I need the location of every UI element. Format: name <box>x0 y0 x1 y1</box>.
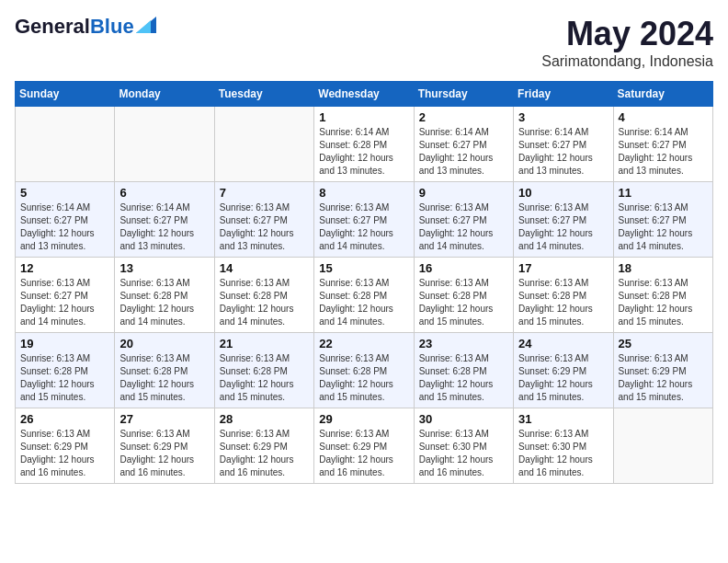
calendar-cell: 8Sunrise: 6:13 AM Sunset: 6:27 PM Daylig… <box>314 182 414 258</box>
day-number: 31 <box>518 412 608 426</box>
day-info: Sunrise: 6:13 AM Sunset: 6:28 PM Dayligh… <box>319 352 408 404</box>
day-info: Sunrise: 6:13 AM Sunset: 6:29 PM Dayligh… <box>619 352 708 404</box>
calendar-week-row-0: 1Sunrise: 6:14 AM Sunset: 6:28 PM Daylig… <box>16 107 713 182</box>
weekday-header-thursday: Thursday <box>414 82 513 107</box>
weekday-header-wednesday: Wednesday <box>314 82 414 107</box>
calendar-cell: 18Sunrise: 6:13 AM Sunset: 6:28 PM Dayli… <box>613 258 712 333</box>
day-number: 28 <box>220 412 309 426</box>
calendar-cell: 16Sunrise: 6:13 AM Sunset: 6:28 PM Dayli… <box>414 258 513 333</box>
day-info: Sunrise: 6:13 AM Sunset: 6:29 PM Dayligh… <box>119 428 209 479</box>
day-info: Sunrise: 6:13 AM Sunset: 6:28 PM Dayligh… <box>419 277 508 328</box>
logo: GeneralBlue <box>15 15 156 39</box>
calendar-cell: 4Sunrise: 6:14 AM Sunset: 6:27 PM Daylig… <box>613 107 712 182</box>
calendar-cell: 3Sunrise: 6:14 AM Sunset: 6:27 PM Daylig… <box>514 107 613 182</box>
calendar-cell: 19Sunrise: 6:13 AM Sunset: 6:28 PM Dayli… <box>16 333 115 408</box>
calendar-cell: 31Sunrise: 6:13 AM Sunset: 6:30 PM Dayli… <box>514 408 613 484</box>
day-number: 25 <box>619 337 708 350</box>
day-number: 12 <box>20 261 109 275</box>
day-number: 27 <box>119 412 209 426</box>
calendar-cell: 28Sunrise: 6:13 AM Sunset: 6:29 PM Dayli… <box>214 408 313 484</box>
title-block: May 2024 Sarimatondang, Indonesia <box>541 15 713 70</box>
day-info: Sunrise: 6:14 AM Sunset: 6:27 PM Dayligh… <box>518 126 608 178</box>
calendar-week-row-3: 19Sunrise: 6:13 AM Sunset: 6:28 PM Dayli… <box>16 333 713 408</box>
day-info: Sunrise: 6:13 AM Sunset: 6:28 PM Dayligh… <box>619 277 708 328</box>
calendar-cell <box>115 107 214 182</box>
calendar-cell: 13Sunrise: 6:13 AM Sunset: 6:28 PM Dayli… <box>115 258 214 333</box>
day-number: 18 <box>619 261 708 275</box>
day-info: Sunrise: 6:13 AM Sunset: 6:27 PM Dayligh… <box>220 201 309 253</box>
day-info: Sunrise: 6:13 AM Sunset: 6:29 PM Dayligh… <box>319 428 408 479</box>
calendar-week-row-4: 26Sunrise: 6:13 AM Sunset: 6:29 PM Dayli… <box>16 408 713 484</box>
location: Sarimatondang, Indonesia <box>541 53 713 70</box>
day-info: Sunrise: 6:13 AM Sunset: 6:27 PM Dayligh… <box>419 201 508 253</box>
calendar-cell: 21Sunrise: 6:13 AM Sunset: 6:28 PM Dayli… <box>214 333 313 408</box>
weekday-header-row: SundayMondayTuesdayWednesdayThursdayFrid… <box>16 82 713 107</box>
day-info: Sunrise: 6:13 AM Sunset: 6:28 PM Dayligh… <box>119 352 209 404</box>
day-info: Sunrise: 6:14 AM Sunset: 6:27 PM Dayligh… <box>419 126 508 178</box>
day-number: 16 <box>419 261 508 275</box>
calendar-cell: 24Sunrise: 6:13 AM Sunset: 6:29 PM Dayli… <box>514 333 613 408</box>
calendar-cell <box>613 408 712 484</box>
day-number: 8 <box>319 186 408 200</box>
day-number: 14 <box>220 261 309 275</box>
day-info: Sunrise: 6:13 AM Sunset: 6:28 PM Dayligh… <box>119 277 209 328</box>
calendar-cell: 20Sunrise: 6:13 AM Sunset: 6:28 PM Dayli… <box>115 333 214 408</box>
page-header: GeneralBlue May 2024 Sarimatondang, Indo… <box>15 15 713 70</box>
logo-text: GeneralBlue <box>15 15 134 39</box>
day-info: Sunrise: 6:13 AM Sunset: 6:27 PM Dayligh… <box>20 277 109 328</box>
calendar-cell: 9Sunrise: 6:13 AM Sunset: 6:27 PM Daylig… <box>414 182 513 258</box>
day-info: Sunrise: 6:13 AM Sunset: 6:30 PM Dayligh… <box>518 428 608 479</box>
calendar-week-row-1: 5Sunrise: 6:14 AM Sunset: 6:27 PM Daylig… <box>16 182 713 258</box>
day-info: Sunrise: 6:13 AM Sunset: 6:28 PM Dayligh… <box>518 277 608 328</box>
day-number: 9 <box>419 186 508 200</box>
day-number: 10 <box>518 186 608 200</box>
weekday-header-sunday: Sunday <box>16 82 115 107</box>
day-number: 7 <box>220 186 309 200</box>
calendar-cell: 5Sunrise: 6:14 AM Sunset: 6:27 PM Daylig… <box>16 182 115 258</box>
day-info: Sunrise: 6:14 AM Sunset: 6:28 PM Dayligh… <box>319 126 408 178</box>
day-info: Sunrise: 6:13 AM Sunset: 6:29 PM Dayligh… <box>518 352 608 404</box>
calendar-cell: 1Sunrise: 6:14 AM Sunset: 6:28 PM Daylig… <box>314 107 414 182</box>
day-info: Sunrise: 6:13 AM Sunset: 6:27 PM Dayligh… <box>619 201 708 253</box>
calendar-cell <box>16 107 115 182</box>
day-number: 13 <box>119 261 209 275</box>
day-number: 4 <box>619 110 708 124</box>
weekday-header-friday: Friday <box>514 82 613 107</box>
day-number: 22 <box>319 337 408 350</box>
day-number: 2 <box>419 110 508 124</box>
day-info: Sunrise: 6:14 AM Sunset: 6:27 PM Dayligh… <box>619 126 708 178</box>
svg-marker-1 <box>136 20 151 33</box>
day-number: 30 <box>419 412 508 426</box>
calendar-week-row-2: 12Sunrise: 6:13 AM Sunset: 6:27 PM Dayli… <box>16 258 713 333</box>
day-number: 23 <box>419 337 508 350</box>
calendar-cell: 2Sunrise: 6:14 AM Sunset: 6:27 PM Daylig… <box>414 107 513 182</box>
weekday-header-saturday: Saturday <box>613 82 712 107</box>
day-info: Sunrise: 6:13 AM Sunset: 6:29 PM Dayligh… <box>20 428 109 479</box>
calendar-cell: 14Sunrise: 6:13 AM Sunset: 6:28 PM Dayli… <box>214 258 313 333</box>
weekday-header-tuesday: Tuesday <box>214 82 313 107</box>
calendar-cell <box>214 107 313 182</box>
calendar-cell: 22Sunrise: 6:13 AM Sunset: 6:28 PM Dayli… <box>314 333 414 408</box>
day-number: 29 <box>319 412 408 426</box>
day-number: 15 <box>319 261 408 275</box>
weekday-header-monday: Monday <box>115 82 214 107</box>
day-number: 5 <box>20 186 109 200</box>
calendar-cell: 26Sunrise: 6:13 AM Sunset: 6:29 PM Dayli… <box>16 408 115 484</box>
day-number: 6 <box>119 186 209 200</box>
day-info: Sunrise: 6:13 AM Sunset: 6:28 PM Dayligh… <box>220 277 309 328</box>
day-info: Sunrise: 6:13 AM Sunset: 6:28 PM Dayligh… <box>220 352 309 404</box>
day-number: 17 <box>518 261 608 275</box>
calendar-cell: 15Sunrise: 6:13 AM Sunset: 6:28 PM Dayli… <box>314 258 414 333</box>
calendar-cell: 7Sunrise: 6:13 AM Sunset: 6:27 PM Daylig… <box>214 182 313 258</box>
day-info: Sunrise: 6:13 AM Sunset: 6:29 PM Dayligh… <box>220 428 309 479</box>
day-number: 3 <box>518 110 608 124</box>
day-number: 20 <box>119 337 209 350</box>
day-info: Sunrise: 6:14 AM Sunset: 6:27 PM Dayligh… <box>119 201 209 253</box>
day-info: Sunrise: 6:13 AM Sunset: 6:27 PM Dayligh… <box>319 201 408 253</box>
day-number: 19 <box>20 337 109 350</box>
day-info: Sunrise: 6:13 AM Sunset: 6:28 PM Dayligh… <box>419 352 508 404</box>
day-number: 21 <box>220 337 309 350</box>
calendar-cell: 25Sunrise: 6:13 AM Sunset: 6:29 PM Dayli… <box>613 333 712 408</box>
calendar-cell: 10Sunrise: 6:13 AM Sunset: 6:27 PM Dayli… <box>514 182 613 258</box>
day-info: Sunrise: 6:14 AM Sunset: 6:27 PM Dayligh… <box>20 201 109 253</box>
